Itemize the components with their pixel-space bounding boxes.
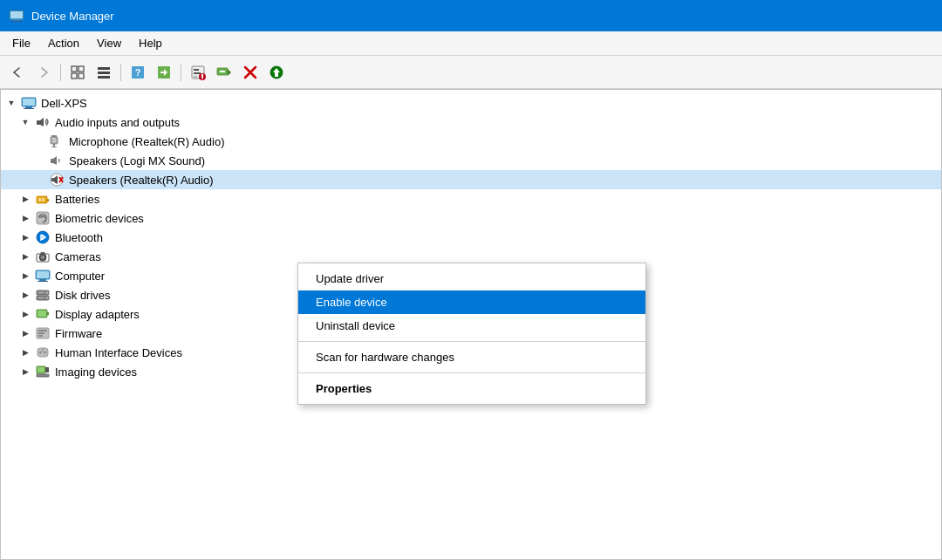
menu-view[interactable]: View	[88, 33, 130, 53]
svg-rect-59	[38, 281, 48, 282]
tree-label-speakers-realtek: Speakers (Realtek(R) Audio)	[67, 174, 213, 187]
tree-node-speakers-realtek[interactable]: ▶ Speakers (Realtek(R) Audio)	[1, 170, 941, 189]
tree-node-audio[interactable]: ▼ Audio inputs and outputs	[1, 113, 941, 132]
context-menu-properties[interactable]: Properties	[298, 377, 645, 400]
expand-arrow-audio[interactable]: ▼	[18, 115, 32, 129]
svg-rect-18	[194, 76, 197, 78]
context-menu-uninstall-device[interactable]: Uninstall device	[298, 314, 645, 338]
tree-node-dell-xps[interactable]: ▼ Dell-XPS	[1, 93, 941, 113]
svg-rect-20	[201, 74, 203, 78]
expand-arrow-dell-xps[interactable]: ▼	[4, 96, 18, 110]
svg-rect-23	[220, 71, 225, 72]
expand-arrow-hid[interactable]: ▶	[18, 345, 32, 359]
forward-button[interactable]	[31, 60, 56, 85]
svg-rect-36	[52, 138, 56, 139]
svg-point-64	[46, 297, 49, 299]
svg-rect-38	[52, 141, 56, 142]
context-menu-scan-hardware[interactable]: Scan for hardware changes	[298, 345, 645, 369]
svg-rect-40	[51, 147, 57, 147]
toolbar-separator-2	[120, 64, 121, 81]
context-menu-separator-1	[298, 341, 645, 342]
svg-rect-43	[51, 178, 54, 181]
update-driver-button[interactable]	[264, 60, 289, 85]
batteries-icon	[35, 191, 51, 207]
help-button[interactable]: ?	[126, 60, 150, 85]
svg-rect-17	[194, 72, 201, 74]
menu-bar: File Action View Help	[0, 31, 942, 56]
svg-point-61	[46, 291, 49, 294]
expand-arrow-firmware[interactable]: ▶	[18, 326, 32, 340]
microphone-icon	[49, 133, 65, 149]
svg-rect-6	[72, 73, 77, 79]
svg-rect-68	[47, 312, 49, 315]
back-button[interactable]	[5, 60, 30, 85]
svg-rect-31	[25, 106, 32, 108]
tree-node-speakers-logi[interactable]: ▶ Speakers (Logi MX Sound)	[1, 151, 941, 170]
audio-icon	[35, 114, 51, 130]
tree-label-dell-xps: Dell-XPS	[39, 97, 87, 110]
view2-button[interactable]	[92, 60, 116, 85]
tree-node-biometric[interactable]: ▶ Biometric devices	[1, 208, 941, 228]
title-bar-icon	[9, 8, 24, 24]
menu-file[interactable]: File	[3, 33, 39, 53]
svg-rect-47	[47, 199, 49, 201]
expand-arrow-biometric[interactable]: ▶	[18, 211, 32, 225]
computer-icon	[21, 95, 37, 111]
add-driver-button[interactable]	[212, 60, 236, 85]
tree-label-imaging: Imaging devices	[53, 365, 137, 379]
svg-rect-33	[37, 120, 40, 125]
svg-rect-16	[194, 69, 199, 71]
display-adapters-icon	[35, 306, 51, 322]
svg-rect-65	[38, 297, 44, 298]
toolbar: ?	[0, 56, 942, 89]
expand-arrow-imaging[interactable]: ▶	[18, 365, 32, 379]
refresh-button[interactable]	[152, 60, 176, 85]
svg-rect-30	[23, 99, 35, 106]
svg-rect-57	[37, 271, 49, 278]
tree-node-batteries[interactable]: ▶ Batteries	[1, 189, 941, 208]
context-menu-enable-device[interactable]: Enable device	[298, 290, 645, 314]
svg-rect-39	[53, 144, 55, 147]
menu-action[interactable]: Action	[39, 33, 88, 53]
svg-rect-10	[98, 76, 110, 79]
svg-rect-5	[78, 66, 84, 72]
speaker-disabled-icon	[49, 172, 65, 188]
firmware-icon	[35, 325, 51, 341]
toolbar-separator-3	[181, 64, 181, 81]
menu-help[interactable]: Help	[130, 33, 171, 53]
svg-rect-32	[24, 108, 34, 109]
tree-node-microphone[interactable]: ▶ Microphone (Realtek(R) Audio)	[1, 132, 941, 151]
tree-label-batteries: Batteries	[53, 193, 99, 206]
tree-node-bluetooth[interactable]: ▶ Bluetooth	[1, 228, 941, 247]
expand-arrow-computer[interactable]: ▶	[18, 269, 32, 283]
svg-rect-3	[11, 21, 22, 22]
svg-rect-37	[52, 140, 56, 140]
svg-rect-70	[38, 330, 47, 331]
expand-arrow-batteries[interactable]: ▶	[18, 192, 32, 206]
svg-rect-4	[72, 66, 77, 72]
view1-button[interactable]	[65, 60, 90, 85]
expand-arrow-disk[interactable]: ▶	[18, 288, 32, 302]
svg-point-76	[44, 352, 46, 354]
svg-marker-24	[228, 69, 231, 76]
tree-label-cameras: Cameras	[53, 250, 101, 263]
title-bar-title: Device Manager	[31, 10, 114, 23]
hid-icon	[35, 345, 51, 360]
tree-label-hid: Human Interface Devices	[53, 346, 182, 359]
context-menu: Update driver Enable device Uninstall de…	[297, 263, 646, 405]
svg-rect-49	[42, 198, 44, 201]
svg-rect-1	[10, 11, 23, 18]
svg-rect-7	[78, 73, 84, 79]
computer-node-icon	[35, 268, 51, 283]
context-menu-separator-2	[298, 372, 645, 373]
tree-label-audio: Audio inputs and outputs	[53, 116, 180, 129]
context-menu-update-driver[interactable]: Update driver	[298, 267, 645, 290]
tree-label-speakers-logi: Speakers (Logi MX Sound)	[67, 154, 205, 167]
remove-driver-button[interactable]	[238, 60, 263, 85]
svg-text:?: ?	[135, 67, 141, 78]
expand-arrow-cameras[interactable]: ▶	[18, 249, 32, 263]
expand-arrow-bluetooth[interactable]: ▶	[18, 230, 32, 244]
properties-button[interactable]	[186, 60, 210, 85]
expand-arrow-display[interactable]: ▶	[18, 307, 32, 321]
tree-label-computer: Computer	[53, 270, 105, 283]
